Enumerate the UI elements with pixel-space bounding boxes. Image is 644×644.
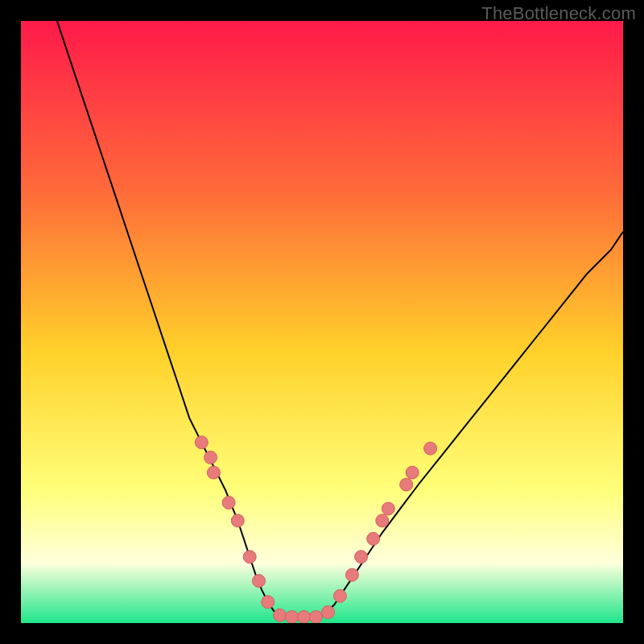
- highlight-point: [195, 436, 208, 449]
- highlight-point: [322, 606, 335, 619]
- gradient-background: [21, 21, 623, 623]
- highlight-point: [243, 551, 256, 564]
- highlight-point: [310, 611, 323, 624]
- highlight-point: [207, 466, 220, 479]
- highlight-point: [367, 532, 380, 545]
- highlight-point: [376, 514, 389, 527]
- chart-frame: TheBottleneck.com: [0, 0, 644, 644]
- highlight-point: [231, 514, 244, 527]
- highlight-point: [345, 568, 358, 581]
- highlight-point: [204, 451, 217, 464]
- highlight-point: [355, 551, 368, 564]
- highlight-point: [286, 611, 299, 624]
- highlight-point: [382, 502, 394, 515]
- bottleneck-chart: [21, 21, 623, 623]
- highlight-point: [406, 466, 419, 479]
- highlight-point: [400, 478, 413, 491]
- highlight-point: [222, 496, 235, 509]
- highlight-point: [253, 575, 266, 588]
- highlight-point: [274, 609, 287, 621]
- highlight-point: [424, 442, 437, 455]
- highlight-point: [262, 596, 275, 609]
- highlight-point: [333, 589, 346, 602]
- highlight-point: [298, 611, 311, 624]
